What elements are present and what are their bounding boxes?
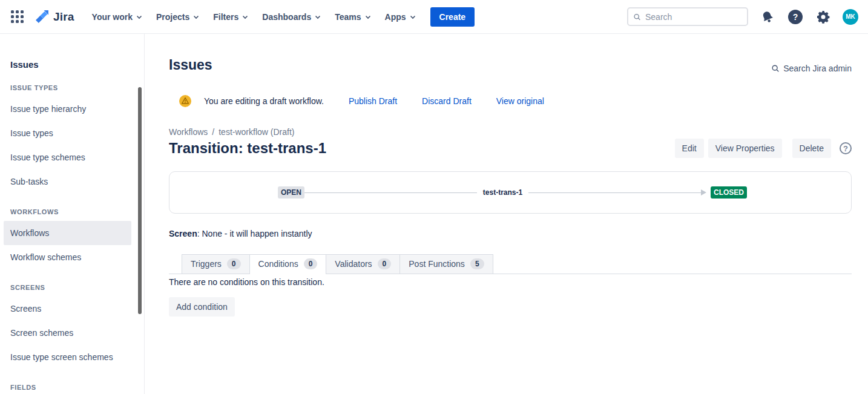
chevron-down-icon (242, 13, 249, 21)
tab-count-badge: 0 (378, 258, 392, 269)
section-label: WORKFLOWS (10, 208, 144, 215)
status-closed-lozenge: CLOSED (711, 186, 747, 199)
warning-icon (179, 95, 191, 107)
sidebar-item-workflow-schemes[interactable]: Workflow schemes (4, 245, 131, 269)
view-original-link[interactable]: View original (496, 96, 544, 106)
global-search[interactable] (627, 7, 748, 26)
nav-dashboards[interactable]: Dashboards (255, 7, 328, 27)
tab-conditions[interactable]: Conditions 0 (249, 254, 327, 274)
transition-line (304, 192, 477, 193)
breadcrumb: Workflows/test-workflow (Draft) (169, 127, 852, 137)
search-icon (633, 12, 641, 22)
transition-diagram: OPEN test-trans-1 CLOSED (169, 171, 852, 214)
arrow-head-icon (701, 189, 706, 195)
create-button[interactable]: Create (430, 7, 475, 27)
nav-filters[interactable]: Filters (206, 7, 255, 27)
notifications-icon[interactable] (759, 8, 776, 25)
nav-projects[interactable]: Projects (150, 7, 206, 27)
settings-icon[interactable] (815, 8, 832, 25)
add-condition-button[interactable]: Add condition (169, 297, 235, 317)
screen-info: Screen: None - it will happen instantly (169, 229, 852, 238)
sidebar-item-issue-type-screen-schemes[interactable]: Issue type screen schemes (4, 345, 131, 369)
breadcrumb-current: test-workflow (Draft) (219, 127, 294, 137)
tab-post-functions[interactable]: Post Functions 5 (399, 254, 493, 274)
user-avatar[interactable]: MK (843, 9, 858, 25)
transition-line (528, 192, 701, 193)
top-navigation: Jira Your work Projects Filters Dashboar… (0, 0, 868, 34)
admin-sidebar: Issues ISSUE TYPES Issue type hierarchy … (0, 34, 145, 394)
status-open-lozenge: OPEN (278, 186, 304, 199)
section-screens: SCREENS Screens Screen schemes Issue typ… (10, 284, 144, 369)
section-issue-types: ISSUE TYPES Issue type hierarchy Issue t… (10, 84, 144, 194)
chevron-down-icon (192, 13, 200, 21)
nav-teams[interactable]: Teams (328, 7, 378, 27)
section-fields: FIELDS (10, 384, 144, 391)
banner-message: You are editing a draft workflow. (204, 96, 324, 106)
breadcrumb-workflows-link[interactable]: Workflows (169, 127, 208, 137)
transition-toolbar: Edit View Properties Delete ? (675, 139, 852, 158)
jira-logo[interactable]: Jira (35, 9, 74, 24)
chevron-down-icon (409, 13, 416, 21)
main-content: Issues Search Jira admin You are editing… (145, 34, 868, 394)
tab-validators[interactable]: Validators 0 (326, 254, 400, 274)
page-title: Issues (169, 57, 212, 73)
delete-button[interactable]: Delete (792, 139, 831, 158)
transition-name-label: test-trans-1 (483, 188, 522, 197)
jira-mark-icon (35, 9, 50, 24)
tab-count-badge: 0 (227, 258, 241, 269)
sidebar-scrollbar[interactable] (138, 87, 142, 314)
help-icon[interactable]: ? (787, 8, 804, 25)
view-properties-button[interactable]: View Properties (708, 139, 782, 158)
chevron-down-icon (314, 13, 321, 21)
discard-draft-link[interactable]: Discard Draft (422, 96, 472, 106)
breadcrumb-separator: / (212, 127, 214, 137)
sidebar-item-screen-schemes[interactable]: Screen schemes (4, 321, 131, 345)
transition-tabs: Triggers 0 Conditions 0 Validators 0 Pos… (169, 254, 852, 274)
chevron-down-icon (136, 13, 143, 21)
sidebar-item-sub-tasks[interactable]: Sub-tasks (4, 169, 131, 194)
sidebar-title: Issues (10, 59, 144, 70)
search-jira-admin-link[interactable]: Search Jira admin (771, 64, 852, 73)
transition-title: Transition: test-trans-1 (169, 140, 326, 157)
publish-draft-link[interactable]: Publish Draft (349, 96, 397, 106)
screen-info-value: : None - it will happen instantly (197, 229, 312, 238)
sidebar-item-issue-type-schemes[interactable]: Issue type schemes (4, 145, 131, 169)
sidebar-item-issue-type-hierarchy[interactable]: Issue type hierarchy (4, 97, 131, 121)
tab-count-badge: 5 (470, 258, 484, 269)
sidebar-item-screens[interactable]: Screens (4, 297, 131, 321)
section-label: FIELDS (10, 384, 144, 391)
section-label: SCREENS (10, 284, 144, 291)
section-workflows: WORKFLOWS Workflows Workflow schemes (10, 208, 144, 269)
edit-button[interactable]: Edit (675, 139, 704, 158)
chevron-down-icon (364, 13, 372, 21)
tab-count-badge: 0 (304, 258, 318, 269)
nav-your-work[interactable]: Your work (85, 7, 150, 27)
nav-apps[interactable]: Apps (378, 7, 423, 27)
empty-conditions-message: There are no conditions on this transiti… (169, 277, 852, 287)
help-question-icon[interactable]: ? (840, 142, 852, 154)
screen-info-label: Screen (169, 229, 197, 238)
section-label: ISSUE TYPES (10, 84, 144, 91)
tab-triggers[interactable]: Triggers 0 (182, 254, 250, 274)
product-name: Jira (53, 10, 74, 24)
app-switcher-icon[interactable] (11, 10, 24, 23)
draft-workflow-banner: You are editing a draft workflow. Publis… (169, 95, 852, 107)
sidebar-item-workflows[interactable]: Workflows (4, 221, 131, 245)
sidebar-item-issue-types[interactable]: Issue types (4, 121, 131, 145)
search-input[interactable] (645, 12, 742, 22)
search-icon (771, 64, 780, 73)
